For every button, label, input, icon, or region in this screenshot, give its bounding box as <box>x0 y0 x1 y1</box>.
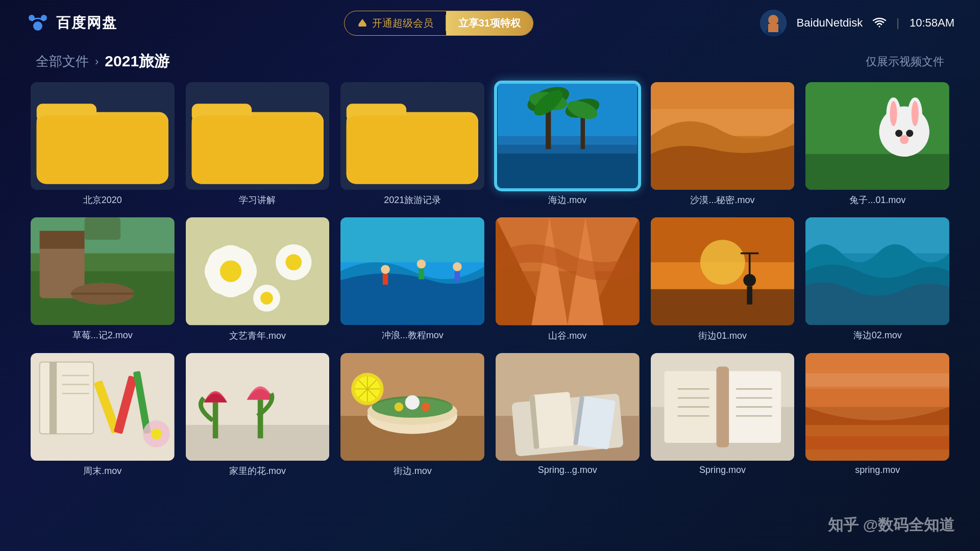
svg-rect-75 <box>455 271 460 282</box>
svg-rect-20 <box>347 116 478 184</box>
file-item-jiebian[interactable]: 街边.mov <box>340 353 484 477</box>
file-item-springlower[interactable]: spring.mov <box>805 353 949 477</box>
svg-point-39 <box>890 101 897 126</box>
svg-point-2 <box>33 21 42 31</box>
file-item-xuejiliangjie[interactable]: 学习讲解 <box>186 82 330 206</box>
file-thumb-beijing2020 <box>31 82 175 190</box>
daisy-thumb <box>186 217 330 325</box>
file-name-jialihua: 家里的花.mov <box>229 465 286 477</box>
wifi-icon <box>873 17 886 29</box>
file-thumb-tuzi <box>805 82 949 190</box>
file-item-spring[interactable]: Spring.mov <box>651 353 795 477</box>
header-right: BaiduNetdisk | 10:58AM <box>760 10 954 36</box>
baidu-logo-icon <box>26 11 50 35</box>
rabbit-thumb <box>805 82 949 190</box>
avatar-image <box>760 10 787 36</box>
vip-open-label[interactable]: 开通超级会员 <box>345 11 446 35</box>
header-center: 开通超级会员 立享31项特权 <box>117 11 760 36</box>
svg-rect-35 <box>805 154 949 190</box>
file-name-spring: Spring.mov <box>699 465 746 475</box>
file-name-shamo: 沙漠...秘密.mov <box>690 194 754 206</box>
file-item-shamo[interactable]: 沙漠...秘密.mov <box>651 82 795 206</box>
file-item-springg[interactable]: Spring...g.mov <box>496 353 640 477</box>
header: 百度网盘 开通超级会员 立享31项特权 BaiduNetdisk <box>0 0 980 46</box>
separator: | <box>896 16 899 30</box>
video-filter-label[interactable]: 仅展示视频文件 <box>866 54 944 69</box>
file-thumb-springg <box>496 353 640 461</box>
svg-point-109 <box>395 402 404 411</box>
file-item-tuzi[interactable]: 兔子...01.mov <box>805 82 949 206</box>
file-item-haibian[interactable]: 海边.mov <box>496 82 640 206</box>
breadcrumb-root[interactable]: 全部文件 <box>36 53 89 70</box>
file-thumb-jiebian01 <box>651 217 795 325</box>
file-item-jiebian01[interactable]: 街边01.mov <box>651 217 795 341</box>
svg-point-74 <box>453 262 462 271</box>
food-thumb <box>340 353 484 461</box>
file-thumb-shamo <box>651 82 795 190</box>
svg-point-67 <box>260 292 273 305</box>
vip-banner[interactable]: 开通超级会员 立享31项特权 <box>344 11 533 36</box>
svg-point-43 <box>900 135 909 144</box>
svg-point-40 <box>912 101 919 126</box>
meadow-thumb <box>31 217 175 325</box>
breadcrumb-arrow: › <box>95 55 99 68</box>
breadcrumb-current: 2021旅游 <box>105 51 169 72</box>
svg-rect-48 <box>40 231 85 249</box>
file-name-caomei: 草莓...记2.mov <box>72 329 133 341</box>
file-name-springlower: spring.mov <box>855 465 900 475</box>
file-name-beijing2020: 北京2020 <box>83 194 122 206</box>
file-thumb-wenyi <box>186 217 330 325</box>
canyon-thumb <box>496 217 640 325</box>
logo-area: 百度网盘 <box>26 11 117 35</box>
file-item-2021jiyou[interactable]: 2021旅游记录 <box>340 82 484 206</box>
svg-point-110 <box>422 402 431 411</box>
svg-rect-69 <box>340 217 484 262</box>
file-thumb-shangu <box>496 217 640 325</box>
vip-privilege-label[interactable]: 立享31项特权 <box>446 11 533 35</box>
svg-rect-49 <box>85 217 120 240</box>
file-thumb-zhoumo <box>31 353 175 461</box>
file-name-chonglang: 冲浪...教程mov <box>382 329 444 341</box>
file-item-shangu[interactable]: 山谷.mov <box>496 217 640 341</box>
svg-point-42 <box>906 130 913 137</box>
svg-point-41 <box>895 130 902 137</box>
svg-point-108 <box>405 395 420 409</box>
file-item-beijing2020[interactable]: 北京2020 <box>31 82 175 206</box>
file-item-haibian02[interactable]: 海边02.mov <box>805 217 949 341</box>
breadcrumb: 全部文件 › 2021旅游 仅展示视频文件 <box>0 46 980 77</box>
username: BaiduNetdisk <box>797 16 863 30</box>
file-name-zhoumo: 周末.mov <box>83 465 121 477</box>
file-item-wenyi[interactable]: 文艺青年.mov <box>186 217 330 341</box>
file-thumb-spring <box>651 353 795 461</box>
file-name-2021jiyou: 2021旅游记录 <box>384 194 441 206</box>
crown-icon <box>357 17 368 29</box>
svg-rect-128 <box>716 366 729 447</box>
svg-point-98 <box>151 428 162 439</box>
file-grid: 北京2020 学习讲解 2021旅游记录 海边.mov 沙漠...秘密.mov <box>0 77 980 482</box>
folder-icon <box>186 82 330 190</box>
time-display: 10:58AM <box>910 16 954 30</box>
svg-rect-8 <box>768 24 778 32</box>
folder-icon <box>31 82 175 190</box>
tulip-thumb <box>186 353 330 461</box>
file-name-haibian: 海边.mov <box>548 194 586 206</box>
file-name-shangu: 山谷.mov <box>548 330 586 342</box>
desert-thumb <box>651 82 795 190</box>
svg-rect-33 <box>651 82 795 109</box>
svg-point-81 <box>700 240 745 285</box>
file-thumb-haibian02 <box>805 217 949 325</box>
beach-thumb <box>497 84 638 188</box>
file-item-caomei[interactable]: 草莓...记2.mov <box>31 217 175 341</box>
svg-rect-23 <box>498 136 638 154</box>
file-name-xuejiliangjie: 学习讲解 <box>239 194 276 206</box>
orange-thumb <box>805 353 949 461</box>
svg-rect-101 <box>212 402 218 438</box>
logo-text: 百度网盘 <box>56 13 117 33</box>
svg-rect-4 <box>358 24 366 27</box>
svg-rect-89 <box>40 362 94 434</box>
file-item-jialihua[interactable]: 家里的花.mov <box>186 353 330 477</box>
avatar[interactable] <box>760 10 787 36</box>
file-item-chonglang[interactable]: 冲浪...教程mov <box>340 217 484 341</box>
file-item-zhoumo[interactable]: 周末.mov <box>31 353 175 477</box>
svg-rect-83 <box>747 287 752 305</box>
